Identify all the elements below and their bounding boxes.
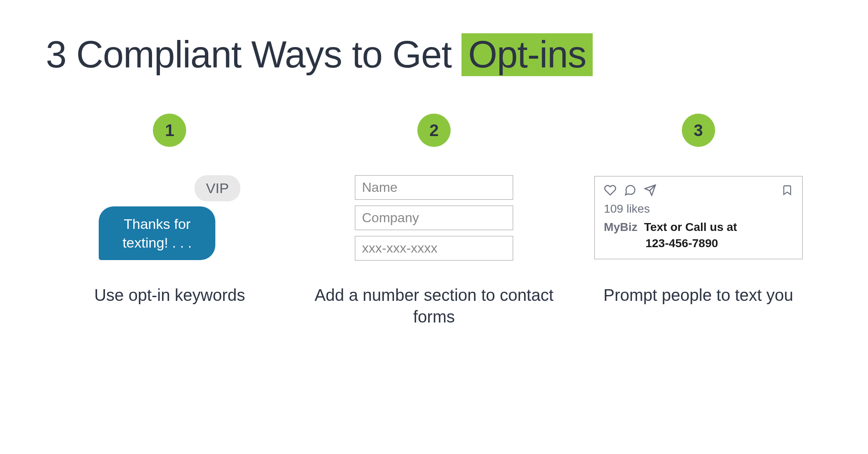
social-phone: 123-456-7890 (646, 235, 793, 251)
number-badge-1: 1 (153, 114, 186, 147)
title-highlight: Opt-ins (461, 33, 593, 76)
chat-bubble-outgoing: Thanks for texting! . . . (99, 206, 215, 260)
column-3: 3 (579, 114, 818, 327)
social-card: 109 likes MyBiz Text or Call us at 123-4… (594, 176, 803, 259)
social-likes: 109 likes (604, 202, 793, 216)
number-badge-2: 2 (417, 114, 451, 147)
social-message: Text or Call us at (644, 221, 737, 233)
send-icon (644, 184, 656, 198)
illustration-form: Name Company xxx-xxx-xxxx (314, 164, 554, 272)
caption-1: Use opt-in keywords (94, 284, 245, 306)
form-field-company: Company (355, 206, 513, 230)
comment-icon (624, 184, 636, 198)
social-text: MyBiz Text or Call us at 123-456-7890 (604, 219, 793, 251)
column-1: 1 VIP Thanks for texting! . . . Use opt-… (50, 114, 289, 327)
title-prefix: 3 Compliant Ways to Get (46, 34, 461, 75)
illustration-chat: VIP Thanks for texting! . . . (50, 164, 289, 272)
caption-3: Prompt people to text you (604, 284, 793, 306)
column-2: 2 Name Company xxx-xxx-xxxx Add a number… (314, 114, 554, 327)
number-badge-3: 3 (682, 114, 715, 147)
form-field-phone: xxx-xxx-xxxx (355, 236, 513, 260)
illustration-social: 109 likes MyBiz Text or Call us at 123-4… (579, 164, 818, 272)
chat-bubble-incoming: VIP (195, 175, 241, 201)
heart-icon (604, 184, 616, 198)
social-icons-row (604, 184, 793, 198)
social-handle: MyBiz (604, 221, 638, 233)
columns-container: 1 VIP Thanks for texting! . . . Use opt-… (42, 114, 826, 327)
form-container: Name Company xxx-xxx-xxxx (355, 175, 513, 260)
caption-2: Add a number section to contact forms (314, 284, 554, 327)
social-icons-left (604, 184, 656, 198)
title-container: 3 Compliant Ways to Get Opt-ins (42, 33, 826, 76)
form-field-name: Name (355, 175, 513, 200)
bookmark-icon (781, 184, 793, 198)
chat-container: VIP Thanks for texting! . . . (99, 175, 240, 260)
